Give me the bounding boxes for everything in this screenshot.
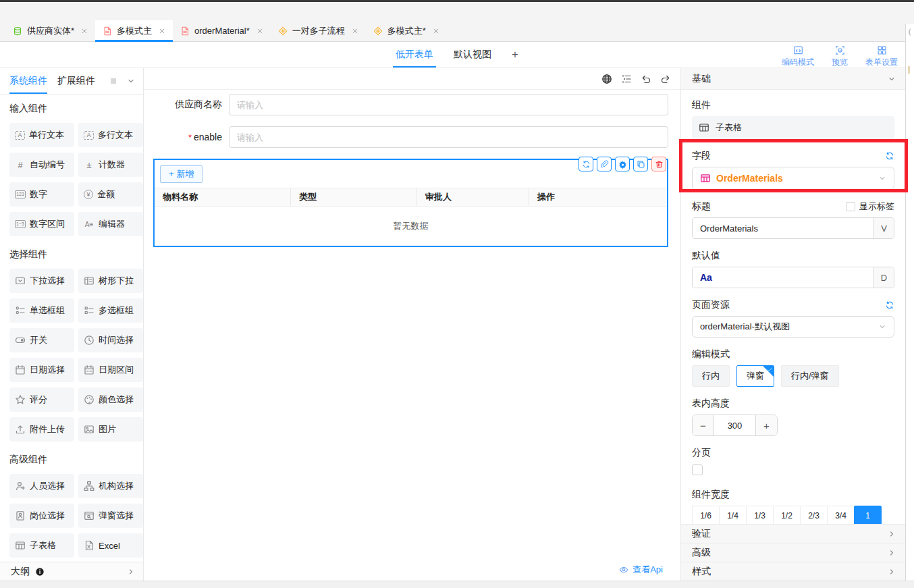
field-label: 供应商名称 <box>168 99 222 111</box>
sync-field-button[interactable] <box>579 157 593 171</box>
width-option-1-6[interactable]: 1/6 <box>692 506 720 524</box>
title-input[interactable] <box>693 218 873 238</box>
file-tab-multi-mode-main[interactable]: 多模式主 <box>95 20 173 41</box>
component-item-switch[interactable]: 开关 <box>9 328 74 352</box>
title-variable-button[interactable]: V <box>873 218 894 238</box>
settings-button[interactable] <box>615 157 630 171</box>
component-item-excel[interactable]: Excel <box>78 533 143 558</box>
show-label-checkbox[interactable] <box>846 202 855 211</box>
edit-mode-inline[interactable]: 行内 <box>692 365 730 387</box>
component-item-date-picker[interactable]: 日期选择 <box>9 358 74 382</box>
view-api-link[interactable]: 查看Api <box>619 564 663 576</box>
component-item-popup-select[interactable]: 弹窗选择 <box>78 504 143 528</box>
field-enable[interactable]: *enable <box>168 126 668 148</box>
component-label: 组件 <box>692 99 894 111</box>
component-item-post-select[interactable]: 岗位选择 <box>9 504 74 528</box>
component-item-amount[interactable]: ¥金额 <box>78 182 143 207</box>
tab-extension-components[interactable]: 扩展组件 <box>57 68 95 94</box>
width-option-1-2[interactable]: 1/2 <box>773 506 801 524</box>
component-item-time-picker[interactable]: 时间选择 <box>78 328 143 352</box>
page-resource-select[interactable]: orderMaterial-默认视图 <box>692 316 894 338</box>
paperclip-icon <box>600 160 609 169</box>
table-height-input[interactable] <box>714 415 755 435</box>
component-item-counter[interactable]: ±计数器 <box>78 153 143 177</box>
increase-button[interactable]: + <box>755 415 777 435</box>
file-tab-one-to-many-flow[interactable]: 一对多子流程 <box>271 20 366 41</box>
basic-section-header[interactable]: 基础 <box>681 68 905 90</box>
component-item-image[interactable]: 图片 <box>78 417 143 442</box>
close-tab-icon[interactable] <box>159 28 165 34</box>
close-tab-icon[interactable] <box>257 28 263 34</box>
pagination-checkbox[interactable] <box>692 464 703 475</box>
add-view-button[interactable]: + <box>512 42 518 68</box>
field-select[interactable]: OrderMaterials <box>692 167 894 190</box>
tab-low-code-form[interactable]: 低开表单 <box>396 42 433 68</box>
component-item-sub-table[interactable]: 子表格 <box>9 533 74 558</box>
component-item-color-picker[interactable]: 颜色选择 <box>78 387 143 412</box>
refresh-resource-icon[interactable] <box>885 300 894 310</box>
chevron-down-icon[interactable] <box>127 77 135 85</box>
component-item-tree-select[interactable]: 树形下拉 <box>78 269 143 293</box>
undo-icon[interactable] <box>641 74 651 84</box>
component-type-box: 子表格 <box>692 116 894 139</box>
decrease-button[interactable]: − <box>693 415 714 435</box>
close-tab-icon[interactable] <box>81 28 88 34</box>
edit-mode-popup-selected[interactable]: 弹窗 <box>736 365 774 387</box>
number-range-icon: 1~3 <box>15 220 26 228</box>
component-item-checkbox-group[interactable]: 多选框组 <box>78 298 143 323</box>
tab-system-components[interactable]: 系统组件 <box>9 68 47 94</box>
component-item-editor[interactable]: A≡编辑器 <box>78 212 143 236</box>
link-button[interactable] <box>597 157 612 171</box>
file-tab-supplier-entity[interactable]: 供应商实体* <box>5 20 95 41</box>
component-item-auto-number[interactable]: #自动编号 <box>9 153 74 177</box>
show-label-option[interactable]: 显示标签 <box>846 201 894 213</box>
supplier-name-input[interactable] <box>229 94 668 115</box>
component-item-org-select[interactable]: 机构选择 <box>78 474 143 498</box>
width-option-1-3[interactable]: 1/3 <box>746 506 774 524</box>
form-settings-button[interactable]: 表单设置 <box>865 45 898 68</box>
close-tab-icon[interactable] <box>352 28 358 34</box>
component-item-multi-line-text[interactable]: A多行文本 <box>78 123 143 147</box>
advanced-section-header[interactable]: 高级 <box>681 543 905 562</box>
chevron-right-icon[interactable] <box>127 568 135 576</box>
refresh-field-icon[interactable] <box>885 151 894 161</box>
add-row-button[interactable]: + 新增 <box>160 165 203 183</box>
width-option-1-4[interactable]: 1/4 <box>719 506 747 524</box>
close-tab-icon[interactable] <box>433 28 439 34</box>
tab-default-view[interactable]: 默认视图 <box>454 42 491 68</box>
component-item-number-range[interactable]: 1~3数字区间 <box>9 212 74 236</box>
component-item-date-range[interactable]: 日期区间 <box>78 358 143 382</box>
org-chart-icon <box>84 481 95 491</box>
validation-section-header[interactable]: 验证 <box>681 524 905 543</box>
info-icon <box>35 567 45 577</box>
width-option-3-4[interactable]: 3/4 <box>827 506 855 524</box>
default-value-input[interactable] <box>693 267 873 288</box>
component-item-radio-group[interactable]: 单选框组 <box>9 298 74 323</box>
copy-component-button[interactable] <box>633 157 648 171</box>
component-item-file-upload[interactable]: 附件上传 <box>9 417 74 442</box>
component-item-user-select[interactable]: 人员选择 <box>9 474 74 498</box>
star-icon <box>15 394 26 405</box>
file-tab-multi-mode-main-2[interactable]: 多模式主* <box>366 20 447 41</box>
component-item-single-line-text[interactable]: A单行文本 <box>9 123 74 147</box>
component-item-dropdown-select[interactable]: 下拉选择 <box>9 269 74 293</box>
default-value-button[interactable]: D <box>873 267 894 288</box>
sub-table-component-selected[interactable]: + 新增 物料名称 类型 审批人 操作 暂无数据 <box>153 159 668 247</box>
style-section-header[interactable]: 样式 <box>681 562 905 581</box>
enable-input[interactable] <box>229 126 668 148</box>
outline-footer[interactable]: 大纲 <box>0 562 143 581</box>
outline-list-icon[interactable] <box>621 74 632 84</box>
field-supplier-name[interactable]: 供应商名称 <box>168 94 668 115</box>
width-option-2-3[interactable]: 2/3 <box>800 506 828 524</box>
width-option-full-selected[interactable]: 1 <box>854 506 882 524</box>
component-item-number[interactable]: 123数字 <box>9 182 74 207</box>
code-mode-button[interactable]: 编码模式 <box>782 45 814 68</box>
globe-icon[interactable] <box>601 74 612 84</box>
delete-component-button[interactable] <box>651 157 666 171</box>
file-tab-order-material[interactable]: orderMaterial* <box>173 20 271 41</box>
edge-partial-glyph <box>909 28 914 36</box>
edit-mode-inline-popup[interactable]: 行内/弹窗 <box>781 365 839 387</box>
preview-button[interactable]: 预览 <box>832 45 848 68</box>
redo-icon[interactable] <box>660 74 671 84</box>
component-item-rating[interactable]: 评分 <box>9 387 74 412</box>
